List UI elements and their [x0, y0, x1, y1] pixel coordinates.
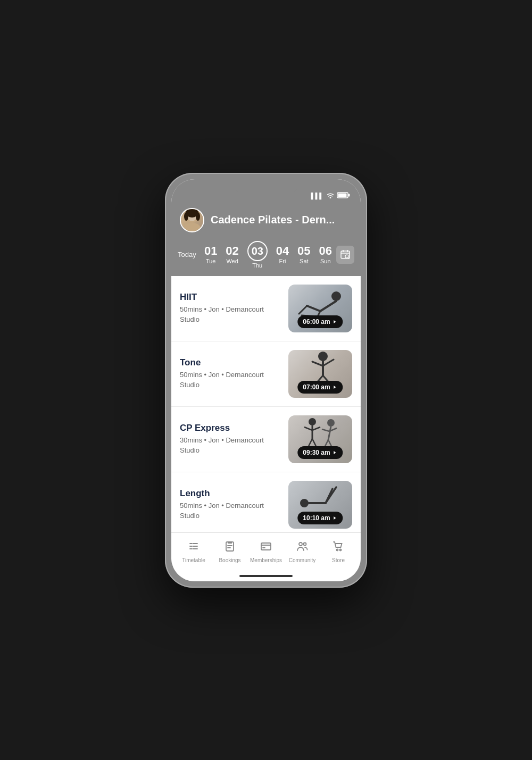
svg-point-63	[337, 549, 338, 550]
class-info: CP Express 30mins • Jon • DernancourtStu…	[180, 423, 281, 455]
date-item-01[interactable]: 01 Tue	[204, 245, 217, 264]
date-item-03[interactable]: 03 Thu	[247, 241, 268, 269]
svg-point-61	[299, 542, 302, 546]
status-icons: ▌▌▌	[311, 192, 350, 199]
class-item[interactable]: Length 50mins • Jon • DernancourtStudio …	[171, 472, 361, 532]
time-badge: 10:10 am	[297, 512, 343, 524]
phone-screen: ▌▌▌	[171, 179, 361, 581]
avatar-image	[181, 209, 203, 231]
svg-line-23	[312, 362, 323, 366]
svg-line-42	[326, 487, 336, 503]
class-name: Tone	[180, 357, 281, 368]
battery-icon	[337, 192, 350, 199]
store-icon	[332, 540, 344, 555]
class-info: HIIT 50mins • Jon • DernancourtStudio	[180, 292, 281, 324]
date-item-06[interactable]: 06 Sun	[319, 245, 332, 264]
calendar-search-button[interactable]	[336, 246, 354, 264]
person-figure	[288, 350, 352, 385]
thumbnail-bg: 10:10 am	[288, 481, 352, 529]
time-badge: 09:30 am	[297, 446, 343, 459]
svg-point-15	[331, 291, 341, 301]
person-figure	[288, 481, 352, 515]
nav-item-bookings[interactable]: Bookings	[212, 540, 248, 563]
date-number: 02	[226, 245, 238, 257]
svg-point-21	[318, 352, 328, 361]
date-item-04[interactable]: 04 Fri	[276, 245, 289, 264]
signal-icon: ▌▌▌	[311, 193, 323, 199]
svg-line-34	[328, 427, 331, 440]
class-thumbnail[interactable]: 09:30 am	[288, 415, 352, 463]
store-label: Store	[332, 557, 345, 563]
svg-point-64	[340, 549, 342, 550]
time-badge: 06:00 am	[297, 315, 343, 328]
today-label: Today	[178, 250, 200, 258]
date-day: Sun	[320, 258, 331, 264]
wifi-icon	[326, 192, 335, 199]
thumbnail-bg: 09:30 am	[288, 415, 352, 463]
class-item[interactable]: CP Express 30mins • Jon • DernancourtStu…	[171, 407, 361, 472]
class-details: 30mins • Jon • DernancourtStudio	[180, 436, 281, 455]
class-item[interactable]: HIIT 50mins • Jon • DernancourtStudio 06…	[171, 276, 361, 341]
nav-item-community[interactable]: Community	[284, 540, 320, 563]
bottom-navigation: Timetable Bookings Memberships Community…	[171, 532, 361, 571]
studio-name: Cadence Pilates - Dern...	[211, 214, 335, 226]
svg-line-30	[312, 427, 320, 430]
svg-line-16	[320, 301, 336, 311]
class-thumbnail[interactable]: 07:00 am	[288, 350, 352, 398]
home-indicator	[171, 571, 361, 581]
svg-point-8	[196, 212, 200, 221]
svg-point-7	[184, 212, 188, 221]
home-bar	[239, 575, 293, 577]
memberships-label: Memberships	[250, 557, 282, 563]
class-thumbnail[interactable]: 06:00 am	[288, 285, 352, 332]
date-day: Thu	[252, 262, 262, 269]
person-figure	[288, 415, 352, 450]
svg-rect-1	[338, 193, 347, 197]
header: Cadence Pilates - Dern...	[171, 203, 361, 239]
class-name: CP Express	[180, 423, 281, 433]
class-info: Length 50mins • Jon • DernancourtStudio	[180, 488, 281, 520]
person-figure	[288, 285, 352, 319]
date-number: 04	[276, 245, 289, 257]
date-item-02[interactable]: 02 Wed	[226, 245, 238, 264]
class-thumbnail[interactable]: 10:10 am	[288, 481, 352, 529]
class-details: 50mins • Jon • DernancourtStudio	[180, 305, 281, 324]
thumbnail-bg: 06:00 am	[288, 285, 352, 332]
thumbnail-bg: 07:00 am	[288, 350, 352, 398]
svg-line-31	[309, 439, 312, 446]
bookings-label: Bookings	[219, 557, 240, 563]
svg-point-13	[345, 255, 348, 258]
svg-line-20	[299, 306, 307, 314]
svg-point-33	[327, 419, 335, 427]
date-navigation: Today 01 Tue 02 Wed 03 Thu 04 Fri 05 Sat…	[171, 239, 361, 276]
bookings-icon	[224, 540, 236, 555]
svg-line-35	[322, 429, 329, 431]
class-name: Length	[180, 488, 281, 499]
time-badge: 07:00 am	[297, 381, 343, 394]
svg-rect-2	[348, 194, 350, 196]
timetable-icon	[188, 540, 200, 555]
date-day: Wed	[226, 258, 238, 264]
nav-item-timetable[interactable]: Timetable	[176, 540, 212, 563]
date-number: 01	[204, 245, 217, 257]
date-item-05[interactable]: 05 Sat	[297, 245, 310, 264]
community-icon	[296, 540, 308, 555]
dates-row: 01 Tue 02 Wed 03 Thu 04 Fri 05 Sat 06 Su…	[200, 241, 336, 269]
class-details: 50mins • Jon • DernancourtStudio	[180, 501, 281, 520]
nav-item-store[interactable]: Store	[320, 540, 356, 563]
svg-point-39	[300, 499, 309, 507]
svg-point-62	[304, 542, 306, 545]
svg-point-4	[182, 223, 202, 232]
nav-item-memberships[interactable]: Memberships	[248, 540, 284, 563]
avatar[interactable]	[180, 208, 204, 232]
class-details: 50mins • Jon • DernancourtStudio	[180, 370, 281, 389]
class-name: HIIT	[180, 292, 281, 303]
class-item[interactable]: Tone 50mins • Jon • DernancourtStudio 07…	[171, 341, 361, 407]
memberships-icon	[260, 540, 272, 555]
date-day: Tue	[206, 258, 216, 264]
date-number: 03	[247, 241, 268, 261]
date-day: Fri	[279, 258, 286, 264]
phone-notch	[234, 179, 298, 194]
community-label: Community	[289, 557, 316, 563]
date-number: 05	[297, 245, 310, 257]
